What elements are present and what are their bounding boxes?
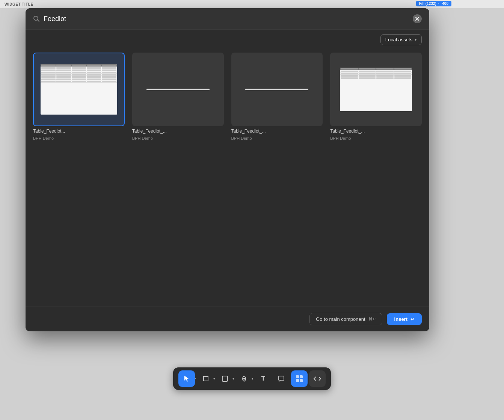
frame-tool-button[interactable] [198,370,214,387]
svg-rect-12 [296,379,299,382]
search-input[interactable] [44,15,409,23]
action-bar: Go to main component ⌘↵ Insert ↵ [26,307,429,331]
component-source-2: BPH Demo [132,136,224,141]
pen-tool-group: ▾ [236,370,254,387]
component-thumbnail-1[interactable] [33,53,125,126]
go-to-main-button[interactable]: Go to main component ⌘↵ [309,313,382,325]
svg-rect-13 [300,379,303,382]
list-item[interactable]: Table_Feedlot_... BPH Demo [132,53,224,141]
frame-tool-group: ▾ [198,370,215,387]
insert-label: Insert [394,316,407,322]
component-name-4: Table_Feedlot_... [330,128,422,134]
filter-row: Local assets ▾ [26,30,429,50]
svg-point-9 [244,378,245,379]
component-source-4: BPH Demo [330,136,422,141]
search-bar [26,8,429,30]
return-icon: ↵ [410,317,414,322]
list-item[interactable]: Table_Feedlot_... BPH Demo [231,53,323,141]
text-tool-button[interactable]: T [255,370,272,387]
select-tool-button[interactable] [178,370,195,387]
svg-line-1 [38,20,39,22]
component-source-1: BPH Demo [33,136,125,141]
svg-rect-11 [300,375,303,378]
local-assets-label: Local assets [385,37,412,42]
search-icon [33,15,40,22]
content-area: Table_Feedlot... BPH Demo Table_Feedlot_… [26,50,429,307]
component-tool-button[interactable] [291,370,308,387]
shape-tool-group: ▾ [217,370,234,387]
clear-search-button[interactable] [413,14,422,23]
list-item[interactable]: Table_Feedlot_... BPH Demo [330,53,422,141]
go-to-main-label: Go to main component [316,316,365,322]
comment-tool-button[interactable] [273,370,290,387]
code-tool-button[interactable] [309,370,326,387]
svg-rect-10 [296,375,299,378]
component-thumbnail-2[interactable] [132,53,224,126]
go-to-main-kbd-hint: ⌘↵ [368,317,376,322]
list-item[interactable]: Table_Feedlot... BPH Demo [33,53,125,141]
svg-rect-8 [222,376,228,381]
pen-tool-button[interactable] [236,370,252,387]
bottom-toolbar: ▾ ▾ ▾ ▾ T [173,367,331,390]
shape-tool-button[interactable] [217,370,233,387]
component-name-1: Table_Feedlot... [33,128,125,134]
widget-title-text: WIDGET TITLE [5,2,33,6]
component-name-3: Table_Feedlot_... [231,128,323,134]
component-thumbnail-3[interactable] [231,53,323,126]
select-tool-group: ▾ [178,370,196,387]
local-assets-dropdown[interactable]: Local assets ▾ [380,34,422,45]
insert-button[interactable]: Insert ↵ [387,313,422,325]
component-search-modal: Local assets ▾ [26,8,429,331]
chevron-down-icon: ▾ [415,37,417,42]
component-source-3: BPH Demo [231,136,323,141]
component-thumbnail-4[interactable] [330,53,422,126]
component-name-2: Table_Feedlot_... [132,128,224,134]
components-grid: Table_Feedlot... BPH Demo Table_Feedlot_… [33,53,422,141]
fill-badge: Fill (1232) ← 400 [416,1,451,6]
widget-title-bar: WIDGET TITLE Fill (1232) ← 400 [0,0,504,8]
